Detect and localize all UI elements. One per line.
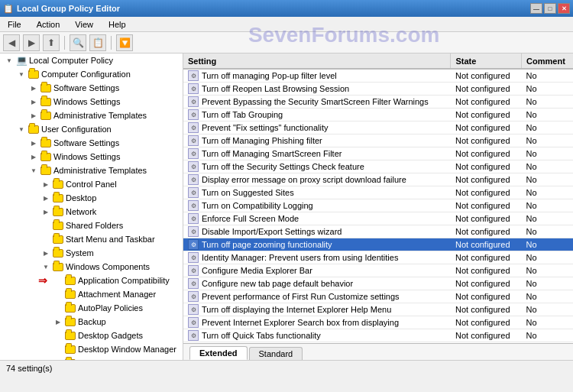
tree-item-admin-templates[interactable]: ▶Administrative Templates xyxy=(0,109,183,122)
close-button[interactable]: ✕ xyxy=(558,3,570,14)
search-button[interactable]: 🔍 xyxy=(70,34,86,51)
back-button[interactable]: ◀ xyxy=(3,34,20,51)
tree-expander[interactable]: ▼ xyxy=(40,261,52,273)
table-row[interactable]: ⚙Configure Media Explorer BarNot configu… xyxy=(183,264,573,277)
tree-expander[interactable]: ▶ xyxy=(52,316,64,328)
tree-item-start-menu[interactable]: Start Menu and Taskbar xyxy=(0,232,183,246)
tree-item-desktop-window-manager[interactable]: Desktop Window Manager xyxy=(0,342,183,356)
setting-text: Configure Media Explorer Bar xyxy=(202,266,312,275)
tree-item-network[interactable]: ▶Network xyxy=(0,205,183,219)
tree-item-windows-components[interactable]: ▼Windows Components xyxy=(0,260,183,274)
tree-expander[interactable] xyxy=(40,219,52,232)
table-row[interactable]: ⚙Prevent Bypassing the Security SmartScr… xyxy=(183,96,573,109)
column-comment[interactable]: Comment xyxy=(522,53,573,69)
app-icon: 📋 xyxy=(3,4,14,14)
tree-item-digital-locker[interactable]: Digital Locker xyxy=(0,356,183,360)
table-row[interactable]: ⚙Configure new tab page default behavior… xyxy=(183,277,573,290)
setting-icon: ⚙ xyxy=(188,96,199,107)
setting-text: Turn off Managing SmartScreen Filter xyxy=(202,149,342,158)
table-row[interactable]: ⚙Turn off displaying the Internet Explor… xyxy=(183,303,573,316)
comment-cell: No xyxy=(522,212,573,225)
column-state[interactable]: State xyxy=(451,53,522,69)
forward-button[interactable]: ▶ xyxy=(23,34,40,51)
tree-expander[interactable]: ▶ xyxy=(40,206,52,218)
tree-item-system[interactable]: ▶System xyxy=(0,246,183,260)
table-row[interactable]: ⚙Turn off Managing Phishing filterNot co… xyxy=(183,134,573,147)
table-row[interactable]: ⚙Turn off the Security Settings Check fe… xyxy=(183,160,573,173)
tree-item-computer-config[interactable]: ▼Computer Configuration xyxy=(0,67,183,81)
tab-extended[interactable]: Extended xyxy=(189,346,248,360)
tree-expander[interactable]: ▶ xyxy=(40,247,52,259)
tree-item-software-settings[interactable]: ▶Software Settings xyxy=(0,81,183,95)
setting-icon: ⚙ xyxy=(188,330,199,341)
tree-expander[interactable] xyxy=(52,274,64,287)
table-row[interactable]: ⚙Disable Import/Export Settings wizardNo… xyxy=(183,225,573,238)
setting-text: Turn off Reopen Last Browsing Session xyxy=(202,84,349,93)
table-row[interactable]: ⚙Prevent Internet Explorer Search box fr… xyxy=(183,316,573,329)
table-row[interactable]: ⚙Turn off Reopen Last Browsing SessionNo… xyxy=(183,83,573,96)
tree-item-user-admin-templates[interactable]: ▼Administrative Templates xyxy=(0,164,183,177)
tree-expander[interactable] xyxy=(52,343,64,355)
settings-table[interactable]: Setting State Comment ⚙Turn off managing… xyxy=(183,53,573,343)
table-row[interactable]: ⚙Turn off Managing SmartScreen FilterNot… xyxy=(183,147,573,160)
tree-expander[interactable]: ▼ xyxy=(15,68,28,80)
tree-panel[interactable]: ▼💻Local Computer Policy▼Computer Configu… xyxy=(0,53,183,360)
tree-item-user-software-settings[interactable]: ▶Software Settings xyxy=(0,136,183,150)
comment-cell: No xyxy=(522,316,573,329)
tree-expander[interactable]: ▶ xyxy=(28,82,40,94)
tree-item-windows-settings[interactable]: ▶Windows Settings xyxy=(0,95,183,109)
table-row[interactable]: ⚙Prevent performance of First Run Custom… xyxy=(183,290,573,303)
properties-button[interactable]: 📋 xyxy=(89,34,106,51)
tree-expander[interactable] xyxy=(52,329,64,342)
up-button[interactable]: ⬆ xyxy=(43,34,60,51)
tree-expander[interactable]: ▶ xyxy=(40,192,52,204)
tree-item-user-windows-settings[interactable]: ▶Windows Settings xyxy=(0,150,183,164)
filter-button[interactable]: 🔽 xyxy=(116,34,133,51)
tree-expander[interactable] xyxy=(40,233,52,245)
tab-standard[interactable]: Standard xyxy=(249,347,303,360)
tree-item-desktop[interactable]: ▶Desktop xyxy=(0,191,183,205)
tree-expander[interactable]: ▼ xyxy=(28,164,40,177)
table-row[interactable]: ⚙Turn off Tab GroupingNot configuredNo xyxy=(183,109,573,121)
tree-expander[interactable]: ▶ xyxy=(28,96,40,108)
menu-file[interactable]: File xyxy=(3,18,26,31)
tree-item-attachment-manager[interactable]: Attachment Manager xyxy=(0,287,183,301)
table-row[interactable]: ⚙Identity Manager: Prevent users from us… xyxy=(183,251,573,264)
tree-expander[interactable]: ▼ xyxy=(15,123,28,135)
column-setting[interactable]: Setting xyxy=(183,53,451,69)
folder-icon xyxy=(64,316,76,328)
tree-item-autoplay[interactable]: AutoPlay Policies xyxy=(0,301,183,315)
tree-expander[interactable]: ▼ xyxy=(3,54,15,66)
table-row[interactable]: ⚙Turn on Compatibility LoggingNot config… xyxy=(183,199,573,212)
menu-view[interactable]: View xyxy=(70,18,98,31)
tree-expander[interactable]: ▶ xyxy=(40,178,52,190)
tree-item-user-config[interactable]: ▼User Configuration xyxy=(0,122,183,136)
tree-expander[interactable] xyxy=(52,357,64,360)
tree-item-control-panel[interactable]: ▶Control Panel xyxy=(0,177,183,191)
table-row[interactable]: ⚙Turn off managing Pop-up filter levelNo… xyxy=(183,69,573,83)
restore-button[interactable]: □ xyxy=(544,3,556,14)
table-row[interactable]: ⚙Display error message on proxy script d… xyxy=(183,173,573,186)
tree-item-app-compat[interactable]: ⇒Application Compatibility xyxy=(0,274,183,287)
tree-item-backup[interactable]: ▶Backup xyxy=(0,315,183,329)
tree-item-desktop-gadgets[interactable]: Desktop Gadgets xyxy=(0,329,183,342)
tree-item-local-computer-policy[interactable]: ▼💻Local Computer Policy xyxy=(0,53,183,67)
menu-action[interactable]: Action xyxy=(32,18,65,31)
table-row[interactable]: ⚙Turn off page zooming functionalityNot … xyxy=(183,238,573,251)
tree-expander[interactable]: ▶ xyxy=(28,137,40,149)
tree-expander[interactable]: ▶ xyxy=(28,109,40,121)
minimize-button[interactable]: — xyxy=(530,3,542,14)
tree-expander[interactable]: ▶ xyxy=(28,151,40,163)
tree-expander[interactable] xyxy=(52,288,64,300)
folder-icon xyxy=(52,247,64,259)
right-panel: Setting State Comment ⚙Turn off managing… xyxy=(183,53,573,360)
tree-expander[interactable] xyxy=(52,302,64,314)
table-row[interactable]: ⚙Enforce Full Screen ModeNot configuredN… xyxy=(183,212,573,225)
table-row[interactable]: ⚙Turn on Suggested SitesNot configuredNo xyxy=(183,186,573,199)
table-row[interactable]: ⚙Turn off Quick Tabs functionalityNot co… xyxy=(183,329,573,342)
menu-help[interactable]: Help xyxy=(104,18,131,31)
folder-icon xyxy=(28,68,40,80)
table-row[interactable]: ⚙Prevent "Fix settings" functionalityNot… xyxy=(183,121,573,134)
tree-item-shared-folders[interactable]: Shared Folders xyxy=(0,219,183,232)
setting-text: Turn off managing Pop-up filter level xyxy=(202,71,337,80)
